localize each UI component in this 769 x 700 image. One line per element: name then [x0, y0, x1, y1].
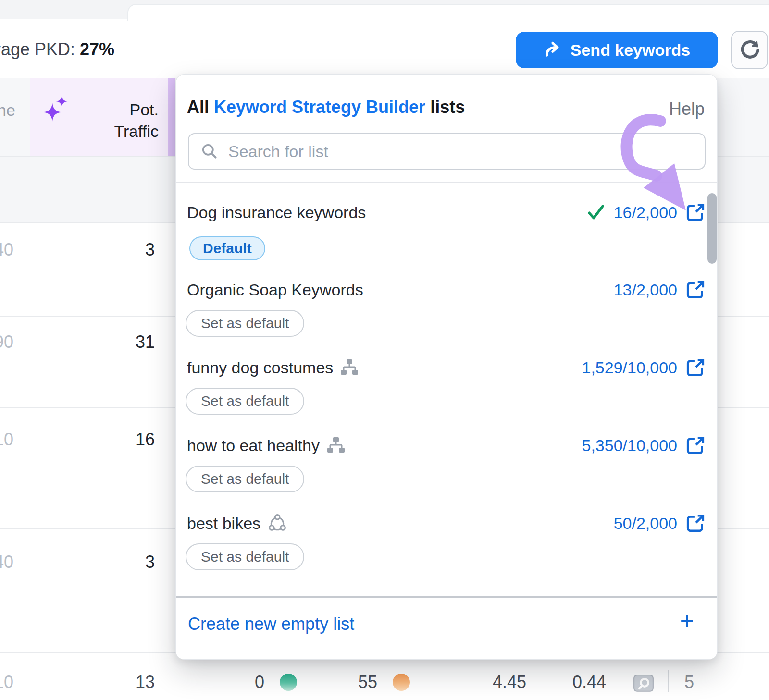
set-as-default-button[interactable]: Set as default	[186, 388, 304, 415]
ai-sparkles-icon	[40, 94, 70, 128]
popup-footer-divider	[176, 596, 717, 598]
partial-column-header: ne	[0, 101, 15, 120]
table-row-traffic: 3	[0, 240, 155, 259]
metric-label: rage PKD:	[0, 39, 75, 59]
bottom-row-results: 5	[679, 673, 700, 692]
create-new-list-link[interactable]: Create new empty list	[188, 614, 354, 634]
refresh-icon	[739, 39, 760, 61]
list-name: Dog insurance keywords	[187, 203, 366, 222]
set-as-default-button[interactable]: Set as default	[186, 310, 304, 337]
list-count-link[interactable]: 50/2,000	[614, 514, 677, 533]
table-row-traffic: 16	[0, 430, 155, 449]
list-item-funny-dog-costumes[interactable]: funny dog costumes 1,529/10,000	[187, 356, 705, 379]
average-pkd-metric: rage PKD:27%	[0, 39, 114, 60]
list-item-best-bikes[interactable]: best bikes 50/2,000	[187, 512, 705, 535]
list-name: funny dog costumes	[187, 358, 333, 377]
list-name: how to eat healthy	[187, 436, 320, 455]
set-as-default-button[interactable]: Set as default	[186, 543, 304, 570]
list-count-link[interactable]: 13/2,000	[614, 281, 677, 299]
set-as-default-button[interactable]: Set as default	[186, 466, 304, 492]
popup-title-prefix: All	[187, 97, 214, 117]
list-name: best bikes	[187, 514, 260, 533]
pot-traffic-line1: Pot.	[72, 99, 159, 121]
popup-divider	[176, 182, 717, 183]
cluster-icon	[268, 514, 286, 532]
bottom-row-traffic: 13	[0, 673, 155, 692]
popup-title-suffix: lists	[425, 97, 465, 117]
bottom-row-com: 0.44	[565, 673, 613, 692]
send-keywords-label: Send keywords	[571, 41, 690, 60]
kd-level-dot	[280, 674, 297, 691]
send-icon	[544, 40, 563, 60]
open-list-icon[interactable]	[686, 280, 705, 299]
popup-scrollbar[interactable]	[707, 193, 717, 264]
column-separator	[668, 670, 669, 692]
list-search-input[interactable]	[227, 142, 705, 161]
content-card-corner	[127, 4, 769, 21]
table-row-traffic: 3	[0, 553, 155, 572]
open-list-icon[interactable]	[686, 436, 705, 455]
help-link[interactable]: Help	[669, 99, 705, 119]
sitemap-icon	[341, 359, 358, 376]
header-column-strip	[168, 78, 175, 156]
serp-preview-icon[interactable]	[633, 672, 655, 696]
bottom-row-intent: 55	[351, 673, 384, 692]
search-icon	[200, 142, 219, 160]
open-list-icon[interactable]	[686, 203, 705, 222]
list-item-how-to-eat-healthy[interactable]: how to eat healthy 5,350/10,000	[187, 434, 705, 457]
list-count-link[interactable]: 5,350/10,000	[582, 436, 677, 455]
refresh-button[interactable]	[731, 31, 768, 69]
pot-traffic-header[interactable]: Pot. Traffic	[72, 99, 159, 142]
list-count-link[interactable]: 16/2,000	[614, 203, 677, 222]
screen: rage PKD:27% Send keywords ne Pot. Traff…	[0, 0, 769, 700]
open-list-icon[interactable]	[686, 514, 705, 533]
list-item-organic-soap[interactable]: Organic Soap Keywords 13/2,000	[187, 278, 705, 301]
metric-value: 27%	[80, 39, 114, 59]
list-count-link[interactable]: 1,529/10,000	[582, 358, 677, 377]
intent-level-dot	[393, 674, 410, 691]
open-list-icon[interactable]	[686, 358, 705, 377]
table-row-traffic: 31	[0, 332, 155, 352]
popup-title: All Keyword Strategy Builder lists	[187, 97, 465, 117]
keyword-lists-popup: All Keyword Strategy Builder lists Help …	[175, 74, 718, 660]
list-search-box[interactable]	[188, 133, 706, 170]
sitemap-icon	[327, 437, 345, 454]
selected-check-icon	[586, 203, 606, 222]
plus-icon[interactable]: +	[680, 607, 694, 634]
bottom-row-cpc: 4.45	[485, 673, 533, 692]
list-item-dog-insurance[interactable]: Dog insurance keywords 16/2,000	[187, 201, 705, 224]
bottom-row-kd: 0	[245, 673, 274, 692]
send-keywords-button[interactable]: Send keywords	[516, 32, 718, 68]
pot-traffic-line2: Traffic	[72, 121, 159, 142]
list-name: Organic Soap Keywords	[187, 281, 363, 299]
keyword-strategy-builder-link[interactable]: Keyword Strategy Builder	[214, 97, 425, 117]
default-badge: Default	[189, 236, 265, 260]
